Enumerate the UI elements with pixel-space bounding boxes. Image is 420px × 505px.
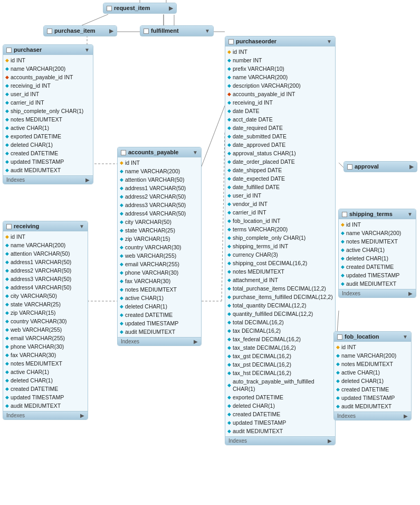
field-icon: ◆ — [5, 402, 9, 409]
field-rec-country: ◆country VARCHAR(30) — [3, 317, 88, 325]
table-footer-purchaser[interactable]: Indexes ▶ — [3, 175, 93, 184]
field-po-date_shipped: ◆date_shipped DATE — [225, 166, 335, 174]
field-ap-zip: ◆zip VARCHAR(15) — [118, 235, 201, 243]
field-icon: ◆ — [5, 377, 9, 384]
table-header-request_item[interactable]: request_item ▶ — [103, 3, 176, 13]
indexes-label-receiving: Indexes — [6, 413, 25, 418]
field-rec-address1: ◆address1 VARCHAR(50) — [3, 258, 88, 266]
table-purchase_item: purchase_item ▶ — [43, 25, 117, 36]
field-icon: ◆ — [227, 65, 232, 72]
indexes-label-purchaser: Indexes — [6, 177, 25, 183]
field-icon: ◆ — [5, 116, 9, 123]
table-header-accounts_payable[interactable]: accounts_payable ▼ — [118, 147, 201, 157]
field-po-tax: ◆tax DECIMAL(16,2) — [225, 326, 335, 335]
field-rec-audit: ◆audit MEDIUMTEXT — [3, 401, 88, 410]
expand-arrow-approval[interactable]: ▶ — [409, 164, 414, 170]
field-ap-address3: ◆address3 VARCHAR(50) — [118, 201, 201, 209]
table-name-purchase_item: purchase_item — [54, 27, 96, 34]
table-header-approval[interactable]: approval ▶ — [344, 162, 417, 172]
field-icon: ◆ — [227, 209, 232, 216]
field-ap-attention: ◆attention VARCHAR(50) — [118, 175, 201, 184]
fk-icon: ◆ — [227, 90, 232, 98]
table-header-purchaser[interactable]: purchaser ▼ — [3, 45, 93, 55]
field-icon: ◆ — [227, 381, 232, 389]
field-icon: ◆ — [5, 334, 9, 342]
field-rec-deleted: ◆deleted CHAR(1) — [3, 376, 88, 385]
indexes-arrow-purchaser[interactable]: ▶ — [85, 177, 90, 183]
table-footer-fob_location[interactable]: Indexes ▶ — [334, 412, 411, 420]
field-st-active: ◆active CHAR(1) — [339, 246, 416, 254]
field-st-audit: ◆audit MEDIUMTEXT — [339, 279, 416, 288]
field-po-shipping_terms_id: ◆shipping_terms_id INT — [225, 242, 335, 250]
field-po-id: ◆id INT — [225, 48, 335, 56]
expand-arrow-purchase_item[interactable]: ▶ — [109, 28, 113, 34]
indexes-arrow-receiving[interactable]: ▶ — [80, 413, 84, 418]
field-po-deleted: ◆deleted CHAR(1) — [225, 401, 335, 410]
pk-icon: ◆ — [341, 221, 345, 228]
field-po-total: ◆total DECIMAL(16,2) — [225, 318, 335, 326]
table-name-fob_location: fob_location — [345, 333, 379, 340]
table-header-purchase_item[interactable]: purchase_item ▶ — [44, 26, 117, 36]
table-header-receiving[interactable]: receiving ▼ — [3, 221, 88, 231]
field-purchaser-name: ◆name VARCHAR(200) — [3, 64, 93, 73]
field-icon: ◆ — [227, 99, 232, 106]
field-ap-active: ◆active CHAR(1) — [118, 294, 201, 302]
table-name-purchaser: purchaser — [14, 46, 42, 53]
indexes-arrow-fob_location[interactable]: ▶ — [404, 413, 408, 419]
indexes-arrow-shipping_terms[interactable]: ▶ — [408, 291, 413, 296]
field-fl-active: ◆active CHAR(1) — [334, 368, 411, 377]
field-po-acct_date: ◆acct_date DATE — [225, 115, 335, 124]
table-name-accounts_payable: accounts_payable — [128, 149, 178, 155]
field-icon: ◆ — [227, 158, 232, 165]
expand-arrow-fob_location[interactable]: ▼ — [403, 334, 408, 340]
checkbox-purchaseorder — [228, 39, 234, 44]
table-header-shipping_terms[interactable]: shipping_terms ▼ — [339, 209, 416, 219]
field-ap-updated: ◆updated TIMESTAMP — [118, 319, 201, 328]
table-header-purchaseorder[interactable]: purchaseorder ▼ — [225, 36, 335, 46]
field-ap-fax: ◆fax VARCHAR(30) — [118, 277, 201, 285]
field-icon: ◆ — [227, 107, 232, 115]
field-icon: ◆ — [227, 166, 232, 174]
field-icon: ◆ — [227, 226, 232, 233]
field-icon: ◆ — [5, 99, 9, 106]
field-icon: ◆ — [227, 133, 232, 140]
field-icon: ◆ — [120, 311, 124, 319]
expand-arrow-receiving[interactable]: ▼ — [79, 223, 84, 229]
table-footer-purchaseorder[interactable]: Indexes ▶ — [225, 436, 335, 445]
indexes-arrow-ap[interactable]: ▶ — [194, 339, 198, 344]
field-st-id: ◆id INT — [339, 220, 416, 229]
field-icon: ◆ — [341, 272, 345, 279]
field-fl-id: ◆id INT — [334, 343, 411, 351]
table-accounts_payable: accounts_payable ▼ ◆id INT ◆name VARCHAR… — [117, 147, 202, 346]
table-header-fob_location[interactable]: fob_location ▼ — [334, 332, 411, 342]
field-ap-id: ◆id INT — [118, 158, 201, 167]
indexes-label-ap: Indexes — [121, 339, 139, 344]
expand-arrow-purchaser[interactable]: ▼ — [84, 47, 90, 53]
field-icon: ◆ — [227, 361, 232, 368]
field-icon: ◆ — [227, 124, 232, 132]
table-name-shipping_terms: shipping_terms — [349, 211, 393, 217]
table-footer-receiving[interactable]: Indexes ▶ — [3, 411, 88, 419]
expand-arrow-shipping_terms[interactable]: ▼ — [407, 211, 413, 217]
table-footer-accounts_payable[interactable]: Indexes ▶ — [118, 337, 201, 345]
table-header-fulfillment[interactable]: fulfillment ▼ — [140, 26, 213, 36]
field-icon: ◆ — [227, 259, 232, 267]
expand-arrow-accounts_payable[interactable]: ▼ — [193, 149, 198, 155]
table-request_item: request_item ▶ — [103, 3, 177, 14]
field-icon: ◆ — [336, 360, 340, 368]
expand-arrow-fulfillment[interactable]: ▼ — [205, 28, 210, 34]
table-footer-shipping_terms[interactable]: Indexes ▶ — [339, 289, 416, 297]
expand-arrow-request_item[interactable]: ▶ — [169, 5, 173, 11]
field-rec-address2: ◆address2 VARCHAR(50) — [3, 266, 88, 275]
checkbox-approval — [347, 164, 352, 170]
field-icon: ◆ — [227, 276, 232, 284]
field-icon: ◆ — [5, 394, 9, 401]
table-fob_location: fob_location ▼ ◆id INT ◆name VARCHAR(200… — [333, 331, 412, 420]
field-purchaser-audit: ◆audit MEDIUMTEXT — [3, 166, 93, 174]
indexes-arrow-po[interactable]: ▶ — [328, 438, 332, 444]
field-icon: ◆ — [336, 386, 340, 393]
field-rec-zip: ◆zip VARCHAR(15) — [3, 308, 88, 317]
field-rec-created: ◆created DATETIME — [3, 385, 88, 393]
field-po-exported: ◆exported DATETIME — [225, 393, 335, 401]
expand-arrow-purchaseorder[interactable]: ▼ — [327, 39, 332, 44]
